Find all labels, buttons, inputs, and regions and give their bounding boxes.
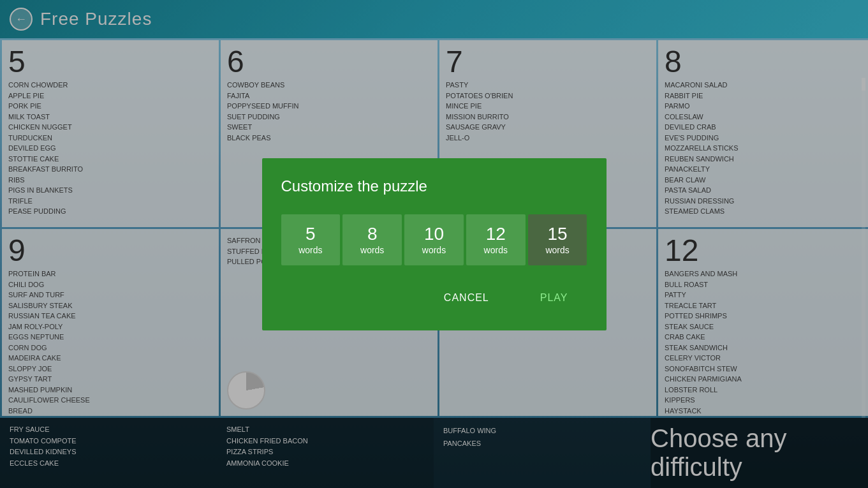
customize-modal: Customize the puzzle 5 words 8 words 10 … (262, 158, 607, 330)
option-12-words[interactable]: 12 words (466, 214, 526, 265)
option-12-num: 12 (473, 224, 519, 244)
option-10-num: 10 (411, 224, 457, 244)
option-5-label: words (298, 245, 322, 255)
modal-overlay: Customize the puzzle 5 words 8 words 10 … (0, 0, 868, 488)
option-8-words[interactable]: 8 words (342, 214, 402, 265)
option-8-label: words (360, 245, 384, 255)
modal-title: Customize the puzzle (281, 177, 587, 195)
option-10-words[interactable]: 10 words (404, 214, 464, 265)
cancel-button[interactable]: CANCEL (425, 285, 508, 311)
option-15-words[interactable]: 15 words (528, 214, 587, 265)
option-15-num: 15 (534, 224, 581, 244)
word-options: 5 words 8 words 10 words 12 words 15 wor… (281, 214, 587, 265)
option-8-num: 8 (349, 224, 395, 244)
option-5-words[interactable]: 5 words (281, 214, 341, 265)
modal-buttons: CANCEL PLAY (281, 285, 587, 311)
play-button[interactable]: PLAY (521, 285, 587, 311)
option-12-label: words (484, 245, 508, 255)
option-15-label: words (545, 245, 569, 255)
option-10-label: words (422, 245, 446, 255)
option-5-num: 5 (288, 224, 334, 244)
